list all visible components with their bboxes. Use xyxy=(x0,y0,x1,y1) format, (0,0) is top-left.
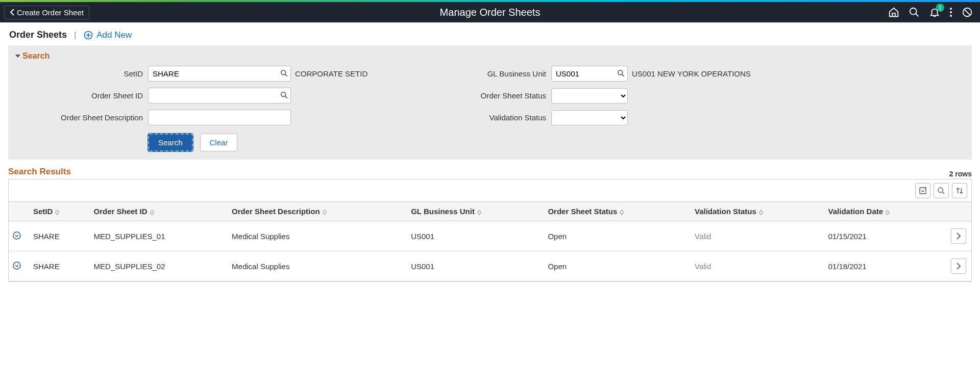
order-sheet-id-input-wrap xyxy=(148,88,291,103)
svg-point-0 xyxy=(910,8,917,15)
back-button[interactable]: Create Order Sheet xyxy=(4,6,89,19)
svg-line-15 xyxy=(285,96,287,98)
subheader: Order Sheets | Add New xyxy=(0,22,980,45)
svg-point-10 xyxy=(281,70,286,74)
page-title: Manage Order Sheets xyxy=(440,7,541,18)
search-panel: Search SetID CORPORATE SETID GL Business… xyxy=(8,45,972,160)
cell-status: Open xyxy=(544,221,691,251)
lookup-icon[interactable] xyxy=(280,91,288,100)
lookup-icon[interactable] xyxy=(617,69,625,79)
gl-bu-input[interactable] xyxy=(551,66,628,82)
subheader-separator: | xyxy=(74,31,76,40)
caret-down-icon xyxy=(15,54,20,59)
cell-validation-status: Valid xyxy=(691,251,824,281)
svg-point-17 xyxy=(938,188,943,192)
setid-input-wrap xyxy=(148,66,291,82)
cell-order-sheet-id: MED_SUPPLIES_02 xyxy=(89,251,228,281)
svg-point-3 xyxy=(950,11,952,13)
plus-circle-icon xyxy=(83,30,93,40)
table-row: SHARE MED_SUPPLIES_01 Medical Supplies U… xyxy=(9,221,971,251)
setid-label: SetID xyxy=(15,69,148,78)
search-section-toggle[interactable]: Search xyxy=(15,51,965,61)
row-open-button[interactable] xyxy=(951,258,966,274)
order-sheet-id-label: Order Sheet ID xyxy=(15,91,148,100)
cell-setid: SHARE xyxy=(29,251,89,281)
cell-order-sheet-id: MED_SUPPLIES_01 xyxy=(89,221,228,251)
setid-description: CORPORATE SETID xyxy=(291,69,419,78)
download-icon[interactable] xyxy=(915,183,930,198)
cell-validation-date: 01/18/2021 xyxy=(824,251,946,281)
search-form: SetID CORPORATE SETID GL Business Unit U… xyxy=(15,66,965,151)
svg-point-19 xyxy=(13,232,20,239)
compass-icon[interactable] xyxy=(962,7,973,18)
order-sheet-desc-label: Order Sheet Description xyxy=(15,113,148,122)
gl-bu-description: US001 NEW YORK OPERATIONS xyxy=(628,69,755,78)
cell-setid: SHARE xyxy=(29,221,89,251)
results-section: Search Results 2 rows SetID◇ Order Sheet… xyxy=(8,164,972,282)
home-icon[interactable] xyxy=(888,7,899,18)
order-sheet-status-select-wrap xyxy=(551,88,628,103)
svg-point-14 xyxy=(281,92,286,96)
col-status[interactable]: Order Sheet Status◇ xyxy=(544,202,691,221)
more-actions-icon[interactable] xyxy=(949,7,952,17)
validation-status-select[interactable] xyxy=(551,110,628,125)
row-menu-icon[interactable] xyxy=(13,262,21,270)
find-icon[interactable] xyxy=(934,183,949,198)
cell-validation-status: Valid xyxy=(691,221,824,251)
add-new-label: Add New xyxy=(96,30,132,40)
svg-line-11 xyxy=(285,74,287,76)
svg-line-13 xyxy=(622,74,624,76)
svg-line-1 xyxy=(916,14,919,17)
header-actions: 1 xyxy=(888,7,980,18)
chevron-left-icon xyxy=(10,9,15,16)
svg-point-20 xyxy=(13,262,20,269)
search-heading-label: Search xyxy=(22,51,50,61)
search-buttons: Search Clear xyxy=(148,134,291,151)
cell-validation-date: 01/15/2021 xyxy=(824,221,946,251)
order-sheet-status-label: Order Sheet Status xyxy=(419,91,551,100)
svg-line-18 xyxy=(942,192,944,194)
back-label: Create Order Sheet xyxy=(17,8,84,17)
svg-line-6 xyxy=(964,9,971,16)
order-sheet-desc-input[interactable] xyxy=(148,110,291,125)
results-table: SetID◇ Order Sheet ID◇ Order Sheet Descr… xyxy=(9,202,971,281)
validation-status-label: Validation Status xyxy=(419,113,551,122)
cell-gl-bu: US001 xyxy=(407,221,544,251)
row-menu-icon[interactable] xyxy=(13,231,21,240)
cell-status: Open xyxy=(544,251,691,281)
results-table-container: SetID◇ Order Sheet ID◇ Order Sheet Descr… xyxy=(8,179,972,282)
gl-bu-label: GL Business Unit xyxy=(419,69,551,78)
table-toolbar xyxy=(9,179,971,202)
cell-gl-bu: US001 xyxy=(407,251,544,281)
chevron-right-icon xyxy=(956,232,961,240)
table-row: SHARE MED_SUPPLIES_02 Medical Supplies U… xyxy=(9,251,971,281)
page-header: Create Order Sheet Manage Order Sheets 1 xyxy=(0,2,980,22)
col-order-sheet-desc[interactable]: Order Sheet Description◇ xyxy=(228,202,407,221)
gl-bu-input-wrap xyxy=(551,66,628,82)
notification-badge: 1 xyxy=(936,4,944,12)
search-button[interactable]: Search xyxy=(148,134,193,151)
lookup-icon[interactable] xyxy=(280,69,288,79)
cell-order-sheet-desc: Medical Supplies xyxy=(228,251,407,281)
col-validation-status[interactable]: Validation Status◇ xyxy=(691,202,824,221)
sort-icon[interactable] xyxy=(952,183,967,198)
col-gl-bu[interactable]: GL Business Unit◇ xyxy=(407,202,544,221)
subheader-title: Order Sheets xyxy=(9,30,67,40)
add-new-link[interactable]: Add New xyxy=(83,30,132,40)
col-validation-date[interactable]: Validation Date◇ xyxy=(824,202,946,221)
svg-point-12 xyxy=(618,70,623,74)
order-sheet-id-input[interactable] xyxy=(148,88,291,103)
cell-order-sheet-desc: Medical Supplies xyxy=(228,221,407,251)
col-setid[interactable]: SetID◇ xyxy=(29,202,89,221)
clear-button[interactable]: Clear xyxy=(200,134,238,151)
row-count-label: 2 rows xyxy=(8,170,972,178)
order-sheet-desc-input-wrap xyxy=(148,110,291,125)
order-sheet-status-select[interactable] xyxy=(551,88,628,103)
svg-point-4 xyxy=(950,15,952,17)
svg-point-2 xyxy=(950,8,952,10)
col-order-sheet-id[interactable]: Order Sheet ID◇ xyxy=(89,202,228,221)
global-search-icon[interactable] xyxy=(909,7,920,18)
setid-input[interactable] xyxy=(148,66,291,82)
notifications-icon[interactable]: 1 xyxy=(929,7,940,18)
row-open-button[interactable] xyxy=(951,228,966,244)
